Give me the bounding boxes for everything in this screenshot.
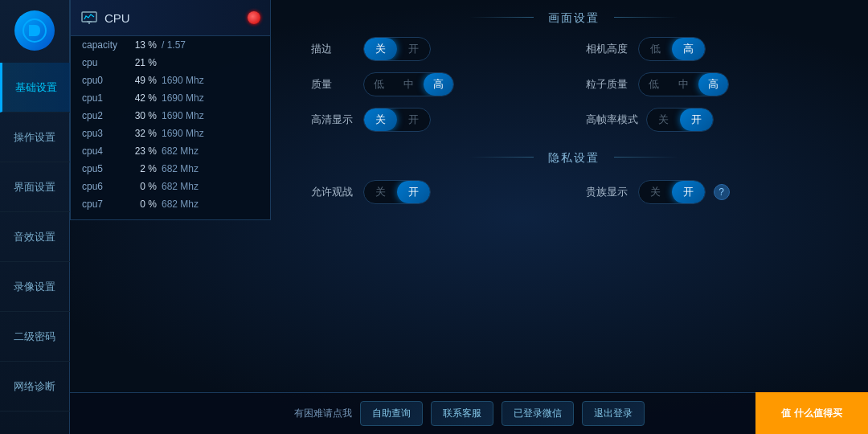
highfps-toggle[interactable]: 关 开 [646,108,714,132]
camera-high-btn[interactable]: 高 [672,38,705,60]
logout-btn[interactable]: 退出登录 [582,401,645,426]
setting-row-spectate: 允许观战 关 开 [311,180,562,204]
setting-row-hd: 高清显示 关 开 [311,108,562,132]
sidebar-item-network[interactable]: 网络诊断 [0,362,70,411]
sidebar-item-audio[interactable]: 音效设置 [0,212,70,262]
setting-row-quality: 质量 低 中 高 [311,72,562,96]
cpu-panel: CPU capacity13 %/ 1.57cpu21 %cpu049 %169… [70,0,271,220]
cpu-stat-cpu2: cpu230 %1690 Mhz [71,107,270,125]
sidebar-item-interface[interactable]: 界面设置 [0,162,70,212]
hd-off-btn[interactable]: 关 [364,108,397,131]
setting-row-noble: 贵族显示 关 开 ? [586,180,837,204]
sidebar-item-password[interactable]: 二级密码 [0,312,70,362]
watermark-text: 值 什么值得买 [781,407,841,420]
cpu-header: CPU [71,0,270,36]
particle-high-btn[interactable]: 高 [698,73,728,96]
quality-mid-btn[interactable]: 中 [394,73,424,96]
border-label: 描边 [311,42,355,56]
highfps-off-btn[interactable]: 关 [647,108,680,131]
quality-high-btn[interactable]: 高 [424,73,453,96]
setting-row-camera: 相机高度 低 高 [586,37,837,61]
noble-label: 贵族显示 [586,185,630,199]
cpu-stat-cpu: cpu21 % [71,54,270,72]
camera-toggle[interactable]: 低 高 [638,37,706,61]
border-toggle[interactable]: 关 开 [363,37,431,61]
cpu-monitor-icon [80,9,98,27]
logo-circle [14,10,55,51]
particle-toggle[interactable]: 低 中 高 [638,72,729,96]
setting-row-particle: 粒子质量 低 中 高 [586,72,837,96]
cpu-status-dot [248,11,260,24]
screen-settings-grid: 描边 关 开 相机高度 低 高 质量 低 中 高 粒子质量 [295,37,852,132]
sidebar-item-record[interactable]: 录像设置 [0,262,70,312]
screen-settings-header: 画面设置 [295,0,852,34]
cpu-stat-cpu4: cpu423 %682 Mhz [71,142,270,160]
privacy-settings-grid: 允许观战 关 开 贵族显示 关 开 ? [295,180,852,204]
wechat-btn[interactable]: 已登录微信 [502,401,574,426]
spectate-on-btn[interactable]: 开 [397,181,430,203]
app-logo [10,6,59,55]
cpu-stat-cpu3: cpu332 %1690 Mhz [71,125,270,142]
camera-label: 相机高度 [586,42,630,56]
cpu-stat-cpu0: cpu049 %1690 Mhz [71,72,270,89]
watermark: 值 什么值得买 [755,392,868,434]
noble-help-icon[interactable]: ? [714,184,730,200]
setting-row-highfps: 高帧率模式 关 开 [586,108,837,132]
privacy-section: 隐私设置 允许观战 关 开 贵族显示 关 开 ? [295,140,852,204]
spectate-toggle[interactable]: 关 开 [363,180,431,204]
sidebar-item-basics[interactable]: 基础设置 [0,63,70,113]
cpu-stat-cpu1: cpu142 %1690 Mhz [71,89,270,107]
border-off-btn[interactable]: 关 [364,38,397,60]
particle-mid-btn[interactable]: 中 [669,73,698,96]
spectate-label: 允许观战 [311,185,355,199]
noble-off-btn[interactable]: 关 [639,181,672,203]
noble-on-btn[interactable]: 开 [672,181,705,203]
customer-service-btn[interactable]: 联系客服 [431,401,493,426]
hd-on-btn[interactable]: 开 [397,108,430,131]
self-service-btn[interactable]: 自助查询 [360,401,423,426]
cpu-stat-cpu6: cpu60 %682 Mhz [71,178,270,195]
sidebar-item-operation[interactable]: 操作设置 [0,113,70,162]
quality-toggle[interactable]: 低 中 高 [363,72,454,96]
spectate-off-btn[interactable]: 关 [364,181,397,203]
particle-low-btn[interactable]: 低 [639,73,669,96]
bottom-bar: 有困难请点我 自助查询 联系客服 已登录微信 退出登录 [70,392,868,434]
highfps-on-btn[interactable]: 开 [680,108,713,131]
quality-label: 质量 [311,77,355,92]
camera-low-btn[interactable]: 低 [639,38,672,60]
hd-toggle[interactable]: 关 开 [363,108,431,132]
border-on-btn[interactable]: 开 [397,38,430,60]
sidebar: 基础设置操作设置界面设置音效设置录像设置二级密码网络诊断 [0,0,70,434]
cpu-stat-capacity: capacity13 %/ 1.57 [71,36,270,54]
privacy-settings-header: 隐私设置 [295,140,852,174]
quality-low-btn[interactable]: 低 [364,73,394,96]
hd-label: 高清显示 [311,113,355,127]
noble-toggle[interactable]: 关 开 [638,180,706,204]
setting-row-border: 描边 关 开 [311,37,562,61]
particle-label: 粒子质量 [586,77,630,92]
cpu-title: CPU [104,11,241,25]
cpu-stat-cpu5: cpu52 %682 Mhz [71,160,270,178]
help-text: 有困难请点我 [294,407,352,420]
highfps-label: 高帧率模式 [586,113,638,127]
cpu-stat-cpu7: cpu70 %682 Mhz [71,195,270,213]
